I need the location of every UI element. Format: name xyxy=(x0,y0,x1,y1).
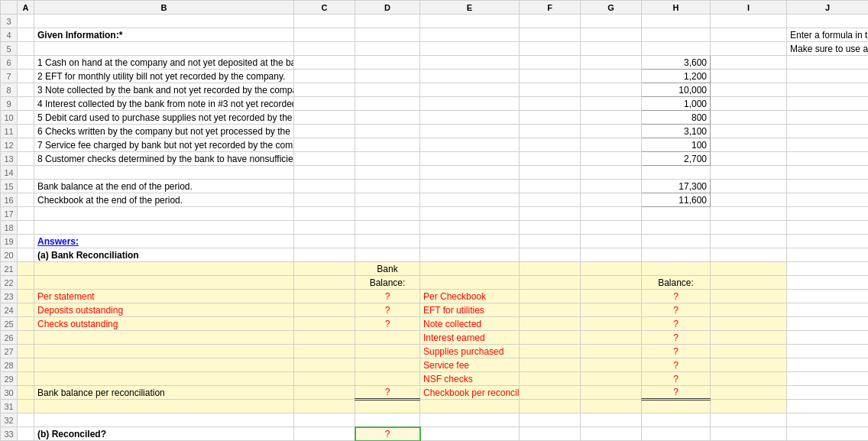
item-2-value: 1,200 xyxy=(642,70,711,83)
col-header-a: A xyxy=(18,1,34,15)
eft-utilities-value[interactable]: ? xyxy=(642,303,711,317)
reconciled-value[interactable]: ? xyxy=(355,427,420,441)
row-num-16: 16 xyxy=(1,193,18,207)
item-1-desc: 1 Cash on hand at the company and not ye… xyxy=(34,56,294,70)
checkbook-label: Checkbook at the end of the period. xyxy=(34,193,294,207)
row-num-5: 5 xyxy=(1,42,18,56)
table-row: 15 Bank balance at the end of the period… xyxy=(1,180,869,193)
table-row: 11 6 Checks written by the company but n… xyxy=(1,125,869,138)
per-statement-label: Per statement xyxy=(34,290,294,303)
supplies-purchased-label: Supplies purchased xyxy=(420,345,520,358)
bank-col-header: Bank xyxy=(355,262,420,276)
note-collected-label: Note collected xyxy=(420,317,520,331)
row-num-12: 12 xyxy=(1,138,18,152)
eft-utilities-label: EFT for utilities xyxy=(420,303,520,317)
table-row: 19 Answers: xyxy=(1,235,869,248)
bank-recon-label: Bank balance per reconciliation xyxy=(34,386,294,400)
corner-cell xyxy=(1,1,18,15)
row-num-10: 10 xyxy=(1,111,18,125)
table-row: 23 Per statement ? Per Checkbook ? xyxy=(1,290,869,303)
row-num-13: 13 xyxy=(1,152,18,166)
per-checkbook-label: Per Checkbook xyxy=(420,290,520,303)
table-row: 4 Given Information:* Enter a formula in… xyxy=(1,28,869,42)
per-checkbook-value[interactable]: ? xyxy=(642,290,711,303)
item-4-value: 1,000 xyxy=(642,97,711,111)
row-num-15: 15 xyxy=(1,180,18,193)
table-row: 8 3 Note collected by the bank and not y… xyxy=(1,83,869,97)
formula-note-2: Make sure to use a conditional statement… xyxy=(787,42,869,56)
row-num-9: 9 xyxy=(1,97,18,111)
table-row: 26 Interest earned ? xyxy=(1,331,869,345)
nsf-checks-value[interactable]: ? xyxy=(642,372,711,386)
bank-recon-value[interactable]: ? xyxy=(355,386,420,400)
table-row: 20 (a) Bank Reconciliation xyxy=(1,248,869,262)
checkbook-recon-label: Checkbook per reconciliation xyxy=(420,386,520,400)
bank-reconciliation-title: (a) Bank Reconciliation xyxy=(34,248,294,262)
row-num-6: 6 xyxy=(1,56,18,70)
interest-earned-label: Interest earned xyxy=(420,331,520,345)
answers-label: Answers: xyxy=(34,235,294,248)
checks-outstanding-label: Checks outstanding xyxy=(34,317,294,331)
item-7-value: 100 xyxy=(642,138,711,152)
item-8-desc: 8 Customer checks determined by the bank… xyxy=(34,152,294,166)
table-row: 6 1 Cash on hand at the company and not … xyxy=(1,56,869,70)
table-row: 30 Bank balance per reconciliation ? Che… xyxy=(1,386,869,400)
supplies-purchased-value[interactable]: ? xyxy=(642,345,711,358)
table-row: 3 xyxy=(1,15,869,28)
item-2-desc: 2 EFT for monthly utility bill not yet r… xyxy=(34,70,294,83)
col-header-b: B xyxy=(34,1,294,15)
note-collected-value[interactable]: ? xyxy=(642,317,711,331)
table-row: 25 Checks outstanding ? Note collected ? xyxy=(1,317,869,331)
checkbook-balance-col-label: Balance: xyxy=(642,276,711,290)
given-info-label: Given Information:* xyxy=(34,28,294,42)
item-5-desc: 5 Debit card used to purchase supplies n… xyxy=(34,111,294,125)
table-row: 10 5 Debit card used to purchase supplie… xyxy=(1,111,869,125)
row-num-8: 8 xyxy=(1,83,18,97)
service-fee-label: Service fee xyxy=(420,358,520,372)
table-row: 27 Supplies purchased ? xyxy=(1,345,869,358)
table-row: 24 Deposits outstanding ? EFT for utilit… xyxy=(1,303,869,317)
deposits-outstanding-value[interactable]: ? xyxy=(355,303,420,317)
formula-note-1: Enter a formula in the place of each "?" xyxy=(787,28,869,42)
table-row: 33 (b) Reconciled? ? xyxy=(1,427,869,441)
column-headers: A B C D E F G H I J xyxy=(1,1,869,15)
table-row: 14 xyxy=(1,166,869,180)
col-header-h: H xyxy=(642,1,711,15)
per-statement-value[interactable]: ? xyxy=(355,290,420,303)
table-row: 31 xyxy=(1,400,869,413)
table-row: 13 8 Customer checks determined by the b… xyxy=(1,152,869,166)
table-row: 12 7 Service fee charged by bank but not… xyxy=(1,138,869,152)
item-1-value: 3,600 xyxy=(642,56,711,70)
item-6-desc: 6 Checks written by the company but not … xyxy=(34,125,294,138)
table-row: 29 NSF checks ? xyxy=(1,372,869,386)
row-num-14: 14 xyxy=(1,166,18,180)
col-header-j: J xyxy=(787,1,869,15)
bank-balance-col-label: Balance: xyxy=(355,276,420,290)
interest-earned-value[interactable]: ? xyxy=(642,331,711,345)
table-row: 7 2 EFT for monthly utility bill not yet… xyxy=(1,70,869,83)
col-header-i: I xyxy=(711,1,787,15)
row-num-7: 7 xyxy=(1,70,18,83)
item-3-desc: 3 Note collected by the bank and not yet… xyxy=(34,83,294,97)
checks-outstanding-value[interactable]: ? xyxy=(355,317,420,331)
table-row: 16 Checkbook at the end of the period. 1… xyxy=(1,193,869,207)
col-header-d: D xyxy=(355,1,420,15)
checkbook-recon-value[interactable]: ? xyxy=(642,386,711,400)
table-row: 22 Balance: Balance: xyxy=(1,276,869,290)
table-row: 18 xyxy=(1,221,869,235)
col-header-e: E xyxy=(420,1,520,15)
table-row: 9 4 Interest collected by the bank from … xyxy=(1,97,869,111)
item-6-value: 3,100 xyxy=(642,125,711,138)
table-row: 5 Make sure to use a conditional stateme… xyxy=(1,42,869,56)
bank-balance-label: Bank balance at the end of the period. xyxy=(34,180,294,193)
service-fee-value[interactable]: ? xyxy=(642,358,711,372)
item-7-desc: 7 Service fee charged by bank but not ye… xyxy=(34,138,294,152)
item-5-value: 800 xyxy=(642,111,711,125)
table-row: 21 Bank xyxy=(1,262,869,276)
col-header-f: F xyxy=(520,1,581,15)
checkbook-col-header xyxy=(642,262,711,276)
item-8-value: 2,700 xyxy=(642,152,711,166)
row-num-11: 11 xyxy=(1,125,18,138)
bank-balance-value: 17,300 xyxy=(642,180,711,193)
nsf-checks-label: NSF checks xyxy=(420,372,520,386)
